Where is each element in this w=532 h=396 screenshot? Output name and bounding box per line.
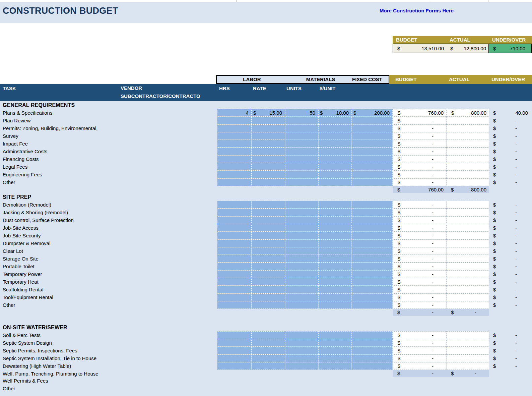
under-over-cell[interactable]: $- bbox=[489, 171, 532, 178]
units-cell[interactable]: 50 bbox=[285, 109, 318, 117]
units-cell[interactable] bbox=[285, 216, 318, 224]
under-over-cell[interactable]: $- bbox=[489, 239, 532, 247]
budget-cell[interactable]: $- bbox=[393, 178, 446, 186]
hrs-cell[interactable] bbox=[217, 163, 252, 171]
budget-cell[interactable]: $- bbox=[393, 354, 446, 362]
budget-cell[interactable]: $- bbox=[393, 216, 446, 224]
hrs-cell[interactable] bbox=[217, 140, 252, 148]
fixed-cost-cell[interactable] bbox=[352, 209, 393, 216]
actual-cell[interactable] bbox=[446, 247, 489, 255]
budget-cell[interactable]: $- bbox=[393, 140, 446, 148]
budget-cell[interactable]: $- bbox=[393, 171, 446, 178]
budget-cell[interactable]: $- bbox=[393, 239, 446, 247]
unit-cost-cell[interactable] bbox=[318, 201, 352, 209]
budget-cell[interactable]: $- bbox=[393, 155, 446, 163]
task-cell[interactable]: Job-Site Access bbox=[3, 224, 39, 232]
under-over-cell[interactable]: $40.00 bbox=[489, 109, 532, 117]
units-cell[interactable] bbox=[285, 124, 318, 132]
task-cell[interactable]: Dust control, Surface Protection bbox=[3, 216, 74, 224]
units-cell[interactable] bbox=[285, 171, 318, 178]
units-cell[interactable] bbox=[285, 270, 318, 278]
unit-cost-cell[interactable] bbox=[318, 270, 352, 278]
rate-cell[interactable] bbox=[252, 201, 285, 209]
fixed-cost-cell[interactable] bbox=[352, 331, 393, 339]
under-over-cell[interactable]: $- bbox=[489, 148, 532, 155]
under-over-cell[interactable]: $- bbox=[489, 278, 532, 286]
fixed-cost-cell[interactable] bbox=[352, 339, 393, 347]
unit-cost-cell[interactable] bbox=[318, 247, 352, 255]
hrs-cell[interactable] bbox=[217, 278, 252, 286]
hrs-cell[interactable] bbox=[217, 347, 252, 354]
actual-cell[interactable] bbox=[446, 354, 489, 362]
actual-cell[interactable] bbox=[446, 286, 489, 293]
fixed-cost-cell[interactable]: $200.00 bbox=[352, 109, 393, 117]
task-cell[interactable]: Soil & Perc Tests bbox=[3, 331, 41, 339]
budget-cell[interactable]: $- bbox=[393, 224, 446, 232]
under-over-cell[interactable]: $- bbox=[489, 263, 532, 270]
fixed-cost-cell[interactable] bbox=[352, 148, 393, 155]
unit-cost-cell[interactable] bbox=[318, 209, 352, 216]
fixed-cost-cell[interactable] bbox=[352, 132, 393, 140]
hrs-cell[interactable] bbox=[217, 201, 252, 209]
under-over-cell[interactable]: $- bbox=[489, 255, 532, 263]
fixed-cost-cell[interactable] bbox=[352, 270, 393, 278]
actual-cell[interactable] bbox=[446, 347, 489, 354]
fixed-cost-cell[interactable] bbox=[352, 278, 393, 286]
unit-cost-cell[interactable] bbox=[318, 362, 352, 370]
units-cell[interactable] bbox=[285, 347, 318, 354]
units-cell[interactable] bbox=[285, 247, 318, 255]
actual-cell[interactable] bbox=[446, 301, 489, 309]
unit-cost-cell[interactable] bbox=[318, 124, 352, 132]
under-over-cell[interactable]: $- bbox=[489, 117, 532, 124]
hrs-cell[interactable]: 4 bbox=[217, 109, 252, 117]
task-cell[interactable]: Other bbox=[3, 178, 15, 186]
rate-cell[interactable] bbox=[252, 117, 285, 124]
rate-cell[interactable] bbox=[252, 331, 285, 339]
units-cell[interactable] bbox=[285, 232, 318, 239]
task-cell[interactable]: Permits: Zoning, Building, Environementa… bbox=[3, 124, 97, 132]
hrs-cell[interactable] bbox=[217, 216, 252, 224]
unit-cost-cell[interactable] bbox=[318, 255, 352, 263]
unit-cost-cell[interactable] bbox=[318, 278, 352, 286]
actual-cell[interactable] bbox=[446, 148, 489, 155]
fixed-cost-cell[interactable] bbox=[352, 293, 393, 301]
fixed-cost-cell[interactable] bbox=[352, 239, 393, 247]
fixed-cost-cell[interactable] bbox=[352, 232, 393, 239]
fixed-cost-cell[interactable] bbox=[352, 216, 393, 224]
fixed-cost-cell[interactable] bbox=[352, 163, 393, 171]
fixed-cost-cell[interactable] bbox=[352, 301, 393, 309]
unit-cost-cell[interactable] bbox=[318, 232, 352, 239]
rate-cell[interactable] bbox=[252, 155, 285, 163]
actual-cell[interactable] bbox=[446, 362, 489, 370]
task-cell[interactable]: Storage On Site bbox=[3, 255, 39, 263]
rate-cell[interactable] bbox=[252, 347, 285, 354]
actual-cell[interactable]: $800.00 bbox=[446, 109, 489, 117]
budget-cell[interactable]: $- bbox=[393, 347, 446, 354]
unit-cost-cell[interactable] bbox=[318, 331, 352, 339]
fixed-cost-cell[interactable] bbox=[352, 224, 393, 232]
unit-cost-cell[interactable] bbox=[318, 239, 352, 247]
actual-cell[interactable] bbox=[446, 124, 489, 132]
task-cell[interactable]: Septic System Design bbox=[3, 339, 52, 347]
fixed-cost-cell[interactable] bbox=[352, 178, 393, 186]
units-cell[interactable] bbox=[285, 201, 318, 209]
under-over-cell[interactable]: $- bbox=[489, 224, 532, 232]
budget-cell[interactable]: $- bbox=[393, 163, 446, 171]
units-cell[interactable] bbox=[285, 286, 318, 293]
summary-actual-cell[interactable]: $ 12,800.00 bbox=[446, 44, 488, 53]
actual-cell[interactable] bbox=[446, 132, 489, 140]
actual-cell[interactable] bbox=[446, 278, 489, 286]
budget-cell[interactable]: $- bbox=[393, 362, 446, 370]
hrs-cell[interactable] bbox=[217, 132, 252, 140]
hrs-cell[interactable] bbox=[217, 362, 252, 370]
actual-cell[interactable] bbox=[446, 140, 489, 148]
task-cell[interactable]: Jacking & Shoring (Remodel) bbox=[3, 209, 68, 216]
actual-cell[interactable] bbox=[446, 232, 489, 239]
fixed-cost-cell[interactable] bbox=[352, 247, 393, 255]
rate-cell[interactable] bbox=[252, 209, 285, 216]
unit-cost-cell[interactable] bbox=[318, 347, 352, 354]
rate-cell[interactable] bbox=[252, 278, 285, 286]
budget-cell[interactable]: $- bbox=[393, 201, 446, 209]
budget-cell[interactable]: $- bbox=[393, 270, 446, 278]
unit-cost-cell[interactable] bbox=[318, 286, 352, 293]
